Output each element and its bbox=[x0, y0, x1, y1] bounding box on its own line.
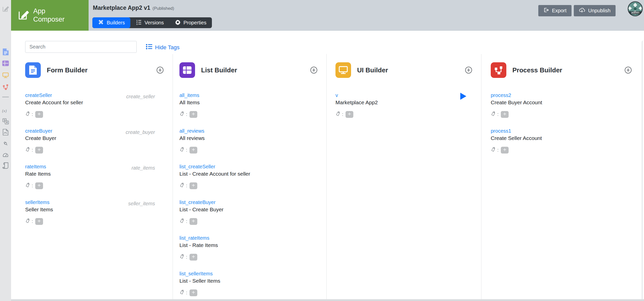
plus-icon bbox=[192, 112, 195, 117]
sidebar-item-image-file-icon[interactable] bbox=[2, 129, 10, 135]
tag-icon bbox=[179, 111, 185, 118]
item-description: All reviews bbox=[179, 134, 317, 142]
add-tag-button[interactable] bbox=[190, 182, 197, 189]
add-tag-button[interactable] bbox=[190, 289, 197, 296]
unpublish-icon bbox=[579, 7, 585, 14]
add-tag-button[interactable] bbox=[501, 111, 509, 118]
sidebar-item-translate-icon[interactable]: A bbox=[2, 118, 10, 125]
tab-versions[interactable]: 123Versions bbox=[130, 17, 169, 28]
item-name-link[interactable]: all_reviews bbox=[179, 128, 204, 134]
plus-icon bbox=[503, 148, 507, 152]
tab-label: Versions bbox=[144, 20, 164, 26]
tag-colon: : bbox=[186, 112, 187, 117]
add-form-builder-button[interactable] bbox=[157, 67, 164, 74]
item-name-link[interactable]: process2 bbox=[491, 92, 511, 98]
item-tag-label: seller_items bbox=[128, 201, 155, 207]
tab-builders[interactable]: Builders bbox=[92, 17, 130, 28]
sidebar-item-script-icon[interactable] bbox=[2, 162, 10, 169]
logo-line-2: Composer bbox=[33, 15, 65, 24]
column-header: UI Builder bbox=[335, 62, 472, 78]
sidebar-item-compose-muted-icon[interactable] bbox=[2, 6, 10, 12]
item-name-link[interactable]: all_items bbox=[179, 92, 199, 98]
column-header: Process Builder bbox=[491, 62, 632, 78]
tag-row: : bbox=[179, 253, 317, 261]
add-tag-button[interactable] bbox=[190, 218, 197, 225]
top-bar: App Composer Marketplace App2 v1(Publish… bbox=[11, 0, 644, 31]
tag-colon: : bbox=[497, 112, 499, 117]
item-list: createSellerCreate Account for seller:cr… bbox=[25, 92, 164, 235]
item-list: vMarketplace App2: bbox=[335, 92, 472, 128]
item-description: Create Account for seller bbox=[25, 99, 164, 106]
item-name-link[interactable]: list_rateItems bbox=[179, 235, 209, 241]
builders-icon bbox=[98, 19, 104, 26]
tag-colon: : bbox=[497, 147, 499, 153]
item-name-link[interactable]: rateItems bbox=[25, 163, 46, 170]
add-tag-button[interactable] bbox=[35, 182, 43, 189]
add-tag-button[interactable] bbox=[190, 147, 197, 154]
add-list-builder-button[interactable] bbox=[310, 67, 317, 74]
play-icon bbox=[460, 97, 467, 101]
tag-icon bbox=[179, 290, 185, 296]
item-name-link[interactable]: list_createSeller bbox=[179, 163, 215, 170]
tag-icon bbox=[335, 111, 341, 118]
sidebar-item-connector-icon[interactable] bbox=[2, 140, 10, 147]
add-tag-button[interactable] bbox=[35, 111, 43, 118]
add-tag-button[interactable] bbox=[35, 218, 43, 225]
add-tag-button[interactable] bbox=[501, 147, 509, 154]
vertical-scrollbar[interactable] bbox=[642, 41, 644, 299]
item-name-link[interactable]: createSeller bbox=[25, 92, 52, 98]
tag-colon: : bbox=[186, 183, 187, 188]
column-process-builder: Process Builderprocess2Create Buyer Acco… bbox=[481, 54, 641, 299]
tab-properties[interactable]: Properties bbox=[169, 17, 212, 28]
hide-tags-button[interactable]: Hide Tags bbox=[146, 43, 179, 52]
add-tag-button[interactable] bbox=[35, 147, 43, 154]
button-label: Export bbox=[552, 8, 566, 14]
builder-tabbar: Builders123VersionsProperties bbox=[92, 17, 212, 28]
tag-row: : bbox=[25, 182, 164, 189]
add-tag-button[interactable] bbox=[190, 254, 197, 261]
avatar[interactable]: admin bbox=[628, 1, 643, 16]
sidebar-item-process-mini-icon[interactable] bbox=[2, 84, 10, 90]
app-title: Marketplace App2 v1 bbox=[93, 5, 150, 11]
add-ui-builder-button[interactable] bbox=[465, 67, 472, 74]
button-label: Unpublish bbox=[588, 8, 611, 14]
svg-text:A: A bbox=[6, 121, 8, 124]
export-button[interactable]: Export bbox=[538, 5, 572, 16]
add-process-builder-button[interactable] bbox=[625, 67, 632, 74]
tag-icon bbox=[491, 111, 496, 118]
sidebar-item-form-mini-icon[interactable] bbox=[2, 48, 10, 55]
sidebar-item-list-mini-icon[interactable] bbox=[2, 60, 10, 67]
add-tag-button[interactable] bbox=[190, 111, 197, 118]
item-name-link[interactable]: list_sellerItems bbox=[179, 270, 213, 277]
tag-row: : bbox=[491, 146, 632, 154]
builder-item-list-createbuyer: list_createBuyerList - Create Buyer: bbox=[179, 199, 317, 235]
item-description: Rate Items bbox=[25, 170, 164, 178]
list-bullets-icon bbox=[146, 43, 153, 52]
sidebar-item-variables-icon[interactable]: {x} bbox=[2, 107, 10, 114]
item-description: Create Buyer Account bbox=[491, 99, 632, 106]
run-app-button[interactable] bbox=[460, 92, 467, 100]
builder-item-all-items: all_itemsAll Items: bbox=[179, 92, 317, 128]
plus-icon bbox=[348, 112, 351, 117]
plus-icon bbox=[37, 112, 41, 117]
item-list: process2Create Buyer Account:process1Cre… bbox=[491, 92, 632, 163]
plus-circle-icon bbox=[157, 67, 164, 74]
item-name-link[interactable]: process1 bbox=[491, 128, 511, 134]
plus-icon bbox=[192, 255, 195, 259]
sidebar-item-ui-mini-icon[interactable] bbox=[2, 72, 10, 78]
search-input[interactable] bbox=[25, 41, 137, 53]
tag-row: : bbox=[25, 218, 164, 225]
unpublish-button[interactable]: Unpublish bbox=[574, 5, 616, 16]
item-name-link[interactable]: v bbox=[335, 92, 338, 98]
tag-icon bbox=[179, 218, 185, 225]
sidebar-item-gauge-icon[interactable] bbox=[2, 152, 10, 158]
plus-icon bbox=[37, 219, 41, 224]
item-name-link[interactable]: list_createBuyer bbox=[179, 199, 215, 206]
item-name-link[interactable]: createBuyer bbox=[25, 128, 52, 134]
item-name-link[interactable]: sellerItems bbox=[25, 199, 50, 206]
compose-icon bbox=[18, 9, 29, 22]
column-list-builder: List Builderall_itemsAll Items:all_revie… bbox=[173, 54, 327, 299]
horizontal-scrollbar[interactable] bbox=[11, 299, 644, 301]
add-tag-button[interactable] bbox=[346, 111, 353, 118]
builder-item-createbuyer: createBuyerCreate Buyer:create_buyer bbox=[25, 128, 164, 163]
